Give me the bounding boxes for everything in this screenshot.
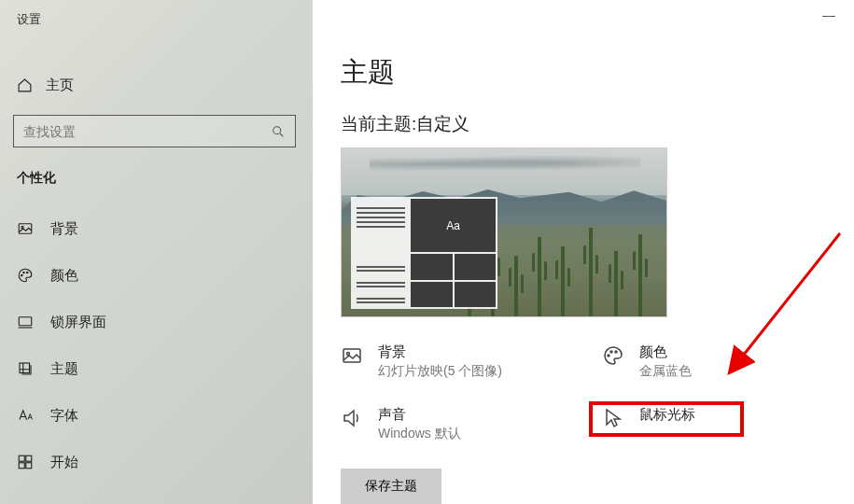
nav-label: 字体 xyxy=(50,407,78,425)
option-label: 颜色 xyxy=(639,343,692,361)
preview-tile-aa: Aa xyxy=(411,199,496,252)
option-background[interactable]: 背景 幻灯片放映(5 个图像) xyxy=(341,343,593,380)
nav-item-fonts[interactable]: 字体 xyxy=(0,392,313,439)
svg-point-15 xyxy=(347,353,350,356)
svg-point-6 xyxy=(27,272,29,273)
svg-point-5 xyxy=(23,272,25,273)
option-sub: 幻灯片放映(5 个图像) xyxy=(378,363,502,380)
page-title: 主题 xyxy=(341,54,854,91)
svg-rect-9 xyxy=(20,363,30,373)
option-cursor[interactable]: 鼠标光标 xyxy=(602,406,807,442)
svg-point-3 xyxy=(21,226,23,228)
nav-label: 颜色 xyxy=(50,267,78,285)
cursor-icon xyxy=(602,407,624,429)
nav-item-themes[interactable]: 主题 xyxy=(0,345,313,392)
home-button[interactable]: 主页 xyxy=(0,67,313,104)
option-label: 鼠标光标 xyxy=(639,406,695,424)
nav-list: 背景 颜色 锁屏界面 主题 字体 开始 xyxy=(0,205,313,485)
svg-rect-11 xyxy=(26,455,32,461)
svg-rect-10 xyxy=(19,455,24,461)
svg-point-0 xyxy=(273,126,281,133)
start-icon xyxy=(17,454,34,470)
nav-label: 主题 xyxy=(50,360,78,378)
app-title: 设置 xyxy=(0,0,313,28)
option-sounds[interactable]: 声音 Windows 默认 xyxy=(341,406,593,442)
window-controls: — xyxy=(822,7,854,22)
search-icon xyxy=(271,124,286,139)
minimize-button[interactable]: — xyxy=(822,7,835,22)
palette-icon xyxy=(17,267,34,284)
nav-item-colors[interactable]: 颜色 xyxy=(0,252,313,299)
fonts-icon xyxy=(17,407,34,424)
svg-rect-7 xyxy=(19,317,32,326)
save-theme-button[interactable]: 保存主题 xyxy=(341,469,441,504)
main-content: — 主题 当前主题:自定义 Aa 背景 xyxy=(331,0,854,504)
theme-options: 背景 幻灯片放映(5 个图像) 颜色 金属蓝色 声音 Windows 默认 鼠标… xyxy=(341,343,854,442)
option-colors[interactable]: 颜色 金属蓝色 xyxy=(602,343,807,380)
svg-rect-13 xyxy=(26,463,32,469)
sound-icon xyxy=(341,407,363,429)
nav-label: 背景 xyxy=(50,220,78,238)
picture-icon xyxy=(341,344,363,367)
svg-point-17 xyxy=(610,351,612,353)
sidebar: 设置 主页 个性化 背景 颜色 锁屏界面 主题 字体 xyxy=(0,0,313,504)
svg-line-1 xyxy=(280,133,283,136)
search-input[interactable] xyxy=(23,124,271,139)
picture-icon xyxy=(17,220,34,237)
svg-point-4 xyxy=(21,274,23,276)
svg-point-18 xyxy=(615,351,617,353)
search-box[interactable] xyxy=(13,115,296,147)
nav-item-start[interactable]: 开始 xyxy=(0,439,313,485)
current-theme-label: 当前主题:自定义 xyxy=(341,112,854,136)
nav-label: 开始 xyxy=(50,454,78,471)
option-sub: Windows 默认 xyxy=(378,426,461,442)
section-label: 个性化 xyxy=(0,147,313,196)
lockscreen-icon xyxy=(17,314,34,330)
svg-rect-12 xyxy=(19,463,24,469)
home-icon xyxy=(17,77,33,93)
palette-icon xyxy=(602,344,624,367)
nav-label: 锁屏界面 xyxy=(50,314,106,331)
themes-icon xyxy=(17,360,34,377)
nav-item-lockscreen[interactable]: 锁屏界面 xyxy=(0,299,313,345)
home-label: 主页 xyxy=(46,77,74,94)
svg-point-16 xyxy=(608,355,609,357)
nav-item-background[interactable]: 背景 xyxy=(0,205,313,252)
option-label: 声音 xyxy=(378,406,461,424)
option-label: 背景 xyxy=(378,343,502,361)
start-preview-overlay: Aa xyxy=(351,197,497,309)
theme-preview[interactable]: Aa xyxy=(341,147,667,317)
option-sub: 金属蓝色 xyxy=(639,363,692,380)
